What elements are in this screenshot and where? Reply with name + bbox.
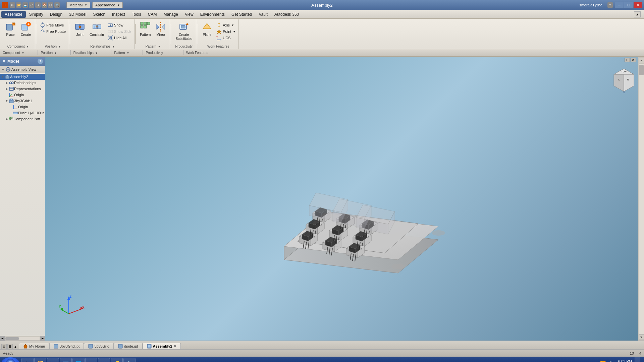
nav-btn[interactable]: ⬡ (48, 2, 53, 8)
menu-get-started[interactable]: Get Started (228, 11, 255, 18)
tab-diode-ipt[interactable]: diode.ipt (114, 343, 143, 349)
taskbar-tool[interactable]: 🔨 (123, 358, 136, 362)
viewcube[interactable]: R L TOP N (610, 67, 637, 94)
document-title: Assembly2 (311, 3, 333, 8)
panel-header[interactable]: ▼ Model ? (0, 57, 45, 66)
tab-list-view[interactable]: ☰ (7, 344, 13, 349)
tree-relationships[interactable]: ▶ Relationships (0, 80, 45, 86)
taskbar-browser[interactable]: 🌐 (72, 358, 85, 362)
taskbar-media[interactable]: ▶ (47, 358, 59, 362)
tree-representations[interactable]: ▶ Representations (0, 86, 45, 92)
maximize-button[interactable]: □ (624, 2, 633, 8)
tab-assembly2[interactable]: Assembly2 ✕ (143, 343, 181, 349)
create-button[interactable]: + Create (19, 21, 33, 38)
tree-origin[interactable]: ▶ Origin (0, 92, 45, 98)
component-section-label[interactable]: Component ▼ (0, 50, 38, 55)
save-btn[interactable]: 💾 (22, 2, 28, 8)
taskbar-access[interactable]: 🔑 (111, 358, 123, 362)
menu-tools[interactable]: Tools (128, 11, 145, 18)
pattern-button[interactable]: Pattern (138, 21, 152, 38)
menu-simplify[interactable]: Simplify (26, 11, 47, 18)
tab-3by3grid-ipt[interactable]: 3by3Grid.ipt (49, 343, 84, 349)
vscroll-down[interactable]: ▼ (639, 335, 644, 340)
tab-arrow[interactable]: ▲ (13, 344, 17, 349)
new-btn[interactable]: ⊕ (10, 2, 15, 8)
menu-3dmodel[interactable]: 3D Model (66, 11, 90, 18)
show-desktop-btn[interactable] (635, 357, 640, 362)
tree-origin2[interactable]: ▶ Origin (0, 104, 45, 110)
point-button[interactable]: Point ▼ (215, 28, 236, 35)
panel-help-btn[interactable]: ? (38, 59, 43, 64)
menu-vault[interactable]: Vault (255, 11, 271, 18)
tree-scrollbar-h[interactable]: ◀ ▶ (0, 336, 45, 341)
create-substitutes-button[interactable]: CreateSubstitutes (174, 21, 194, 42)
menu-cam[interactable]: CAM (145, 11, 160, 18)
taskbar-autodeskipt[interactable]: I (85, 358, 97, 362)
assembly-view-label[interactable]: Assembly View (11, 67, 36, 71)
menu-sketch[interactable]: Sketch (90, 11, 109, 18)
filter-icon[interactable]: ▼ (1, 68, 5, 71)
menu-assemble[interactable]: Assemble (1, 11, 26, 18)
plane-button[interactable]: Plane (200, 21, 214, 38)
tab-3by3grid[interactable]: 3by3Grid (84, 343, 114, 349)
axis-button[interactable]: Axis ▼ (215, 22, 236, 28)
tree-3by3grid1[interactable]: ▼ 3by3Grid:1 (0, 98, 45, 104)
pattern-section-label[interactable]: Pattern ▼ (111, 50, 143, 55)
undo-btn[interactable]: ↩ (29, 2, 34, 8)
free-move-button[interactable]: Free Move (39, 22, 67, 28)
tree-assembly2[interactable]: ▼ Assembly2 (0, 74, 45, 80)
title-right: smorale1@ha... ? ─ □ ✕ (579, 2, 642, 8)
tree-component-pattern1[interactable]: ▶ Component Pattern 1 (0, 116, 45, 122)
place-button[interactable]: Place (3, 21, 17, 38)
show-sick-button[interactable]: ! Show Sick (107, 28, 132, 35)
joint-button[interactable]: Joint (73, 21, 87, 38)
pattern-group-label[interactable]: Pattern ▼ (146, 44, 161, 48)
taskbar-inventor[interactable]: ⚙ (98, 358, 110, 362)
work-features-group-items: Plane Axis ▼ (200, 21, 236, 44)
menu-manage[interactable]: Manage (160, 11, 181, 18)
taskbar-files[interactable]: 🗂 (21, 358, 34, 362)
taskbar-email[interactable]: 📧 (60, 358, 72, 362)
start-button[interactable]: ⊞ (1, 357, 19, 362)
scroll-right[interactable]: ▶ (40, 336, 45, 341)
help-search[interactable]: 🔍 (54, 2, 60, 8)
tab-assembly2-close[interactable]: ✕ (174, 345, 176, 348)
free-rotate-button[interactable]: Free Rotate (39, 28, 67, 35)
menu-autodesk360[interactable]: Autodesk 360 (271, 11, 302, 18)
component-group-label[interactable]: Component ▼ (7, 44, 29, 48)
constrain-button[interactable]: Constrain (88, 21, 105, 38)
ucs-button[interactable]: UCS (215, 35, 236, 41)
menu-environments[interactable]: Environments (197, 11, 228, 18)
mirror-button[interactable]: Mirror (154, 21, 168, 38)
viewport-restore[interactable]: □ (625, 58, 630, 62)
relationships-group-label[interactable]: Relationships ▼ (90, 44, 115, 48)
open-btn[interactable]: 📂 (16, 2, 21, 8)
position-section-label[interactable]: Position ▼ (38, 50, 70, 55)
taskbar-explorer[interactable]: 📁 (34, 358, 46, 362)
appearance-dropdown[interactable]: Appearance ▼ (92, 2, 123, 8)
tab-my-home[interactable]: My Home (19, 343, 49, 349)
minimize-button[interactable]: ─ (615, 2, 624, 8)
material-dropdown[interactable]: Material ▼ (66, 2, 90, 8)
viewcube-svg[interactable]: R L TOP N (610, 67, 637, 94)
viewport-close-x[interactable]: ✕ (631, 58, 636, 62)
menu-design[interactable]: Design (47, 11, 66, 18)
taskbar-clock[interactable]: 6:03 PM 3/24/2015 (615, 359, 632, 362)
menu-view[interactable]: View (181, 11, 197, 18)
viewport[interactable]: □ ✕ (45, 57, 644, 341)
tray-up-arrow[interactable]: ▲ (594, 361, 599, 362)
scroll-left[interactable]: ◀ (0, 336, 5, 341)
tab-grid-view[interactable]: ⊞ (1, 344, 7, 349)
menu-inspect[interactable]: Inspect (109, 11, 128, 18)
position-group-label[interactable]: Position ▼ (45, 44, 61, 48)
ribbon-toggle[interactable]: ▲ (634, 11, 641, 17)
relationships-section-label[interactable]: Relationships ▼ (71, 50, 112, 55)
redo-btn[interactable]: ↪ (35, 2, 41, 8)
show-button[interactable]: Show (107, 22, 132, 28)
home-btn[interactable]: 🏠 (42, 2, 47, 8)
hide-all-button[interactable]: Hide All (107, 35, 132, 41)
close-button[interactable]: ✕ (634, 2, 642, 8)
vscroll-up[interactable]: ▲ (639, 58, 644, 63)
help-icon[interactable]: ? (607, 2, 613, 8)
tree-flush1[interactable]: ▶ Flush:1 (-0.100 in (0, 110, 45, 116)
